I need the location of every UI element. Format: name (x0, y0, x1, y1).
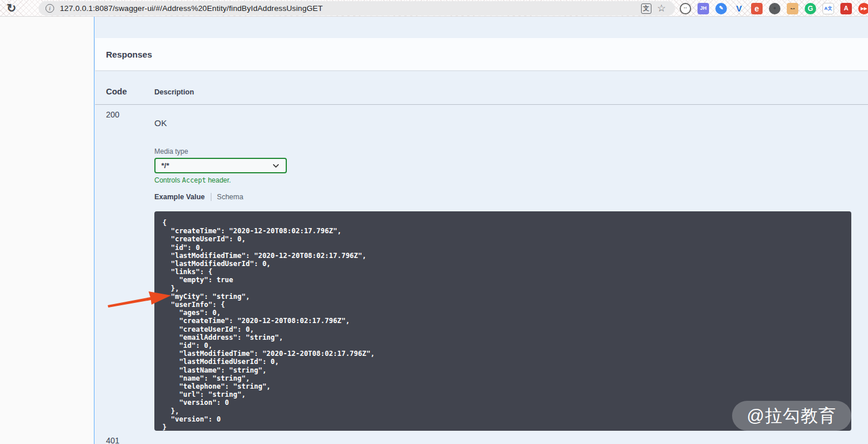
example-response-block: { "createTime": "2020-12-20T08:02:17.796… (154, 211, 851, 431)
tab-example-value[interactable]: Example Value (154, 193, 211, 201)
annotation-arrow-icon (107, 288, 173, 310)
media-type-label: Media type (154, 147, 188, 155)
example-response-json: { "createTime": "2020-12-20T08:02:17.796… (162, 219, 851, 431)
address-bar[interactable]: i 127.0.0.1:8087/swagger-ui/#/Address%20… (39, 1, 675, 16)
model-example-tabs: Example Value Schema (154, 193, 243, 201)
bookmark-star-icon[interactable]: ☆ (657, 2, 666, 14)
hint-prefix: Controls (154, 176, 182, 184)
url-text[interactable]: 127.0.0.1:8087/swagger-ui/#/Address%20En… (60, 4, 635, 13)
box-face-extension[interactable]: •-• (787, 3, 798, 14)
status-code-200: 200 (106, 110, 119, 119)
watermark-badge: @拉勾教育 (732, 401, 851, 431)
reload-icon[interactable]: ↻ (5, 1, 18, 16)
json-handle-extension[interactable]: JH (698, 3, 709, 14)
media-type-value: */* (161, 161, 272, 170)
fast-forward-extension[interactable]: ▶▶ (858, 3, 868, 14)
grammarly-extension[interactable]: G (805, 3, 816, 14)
hint-suffix: header. (206, 176, 231, 184)
left-gutter (0, 17, 94, 444)
site-info-icon[interactable]: i (46, 4, 54, 13)
swagger-page: Responses Code Description 200 OK Media … (0, 17, 868, 444)
dark-ball-extension[interactable]: ● (769, 3, 780, 14)
chevron-down-icon (272, 162, 280, 170)
dictionary-extension[interactable]: A (840, 3, 852, 14)
browser-toolbar: ↻ i 127.0.0.1:8087/swagger-ui/#/Address%… (0, 0, 868, 17)
table-divider (95, 104, 868, 105)
media-type-select[interactable]: */* (154, 158, 287, 173)
responses-title: Responses (106, 50, 152, 59)
accept-header-hint: Controls Accept header. (154, 176, 231, 184)
translate-extension[interactable]: A文 (822, 3, 834, 14)
column-header-code: Code (106, 87, 127, 96)
extensions-strip: ··JH✎Ve●•-•GA文A▶▶ (680, 0, 868, 17)
tab-schema[interactable]: Schema (211, 193, 244, 201)
hint-accept-code: Accept (182, 176, 206, 184)
status-code-401: 401 (106, 436, 119, 444)
responses-section-header: Responses (95, 38, 868, 70)
evernote-extension[interactable]: e (751, 3, 763, 14)
translate-icon[interactable]: 文 (641, 3, 651, 14)
pen-extension[interactable]: ✎ (715, 3, 727, 14)
tab-face-extension[interactable]: ·· (680, 3, 691, 14)
video-helper-extension[interactable]: V (733, 3, 745, 14)
column-header-description: Description (154, 88, 194, 96)
status-description-ok: OK (154, 118, 167, 128)
operation-block-get: Responses Code Description 200 OK Media … (95, 17, 868, 444)
